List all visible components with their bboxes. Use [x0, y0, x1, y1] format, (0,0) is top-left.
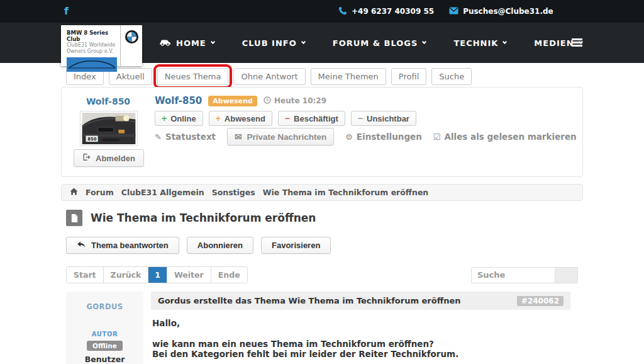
facebook-icon[interactable]: f	[64, 5, 69, 17]
main-navbar: HOME CLUB INFO FORUM & BLOGS TECHNIK MED…	[0, 23, 644, 63]
breadcrumb: Forum ClubE31 Allgemein Sonstiges Wie Th…	[61, 184, 583, 201]
search-submit-button[interactable]	[555, 268, 577, 283]
phone-number: +49 6237 40309 55	[352, 7, 434, 16]
page-next-button[interactable]: Weiter	[167, 267, 211, 283]
tab-neues-thema[interactable]: Neues Thema	[157, 68, 229, 85]
subscribe-label: Abonnieren	[197, 241, 243, 250]
status-label: Abwesend	[225, 114, 265, 123]
logo-line-1: BMW 8 Series Club	[67, 30, 120, 42]
last-activity-time: Heute 10:29	[274, 96, 326, 105]
profile-link[interactable]: Wolf-850	[62, 96, 155, 106]
nav-item-label: MEDIEN	[534, 38, 574, 48]
tab-suche[interactable]: Suche	[431, 68, 472, 85]
post-header: Gordus erstellte das Thema Wie Thema im …	[151, 292, 570, 310]
clock-icon	[264, 96, 271, 106]
post-line: wie kann man ein neues Thema im Technikf…	[152, 339, 570, 350]
nav-item-club-info[interactable]: CLUB INFO	[242, 38, 305, 48]
page-end-button[interactable]: Ende	[211, 267, 247, 283]
favorite-button[interactable]: Favorisieren	[261, 237, 331, 254]
username-link[interactable]: Wolf-850	[155, 95, 202, 106]
email-address: Pusches@Clube31.de	[463, 7, 553, 16]
club-logo[interactable]: BMW 8 Series Club ClubE31 Worldwide Owne…	[61, 25, 142, 66]
status-beschaeftigt-button[interactable]: − Beschäftigt	[278, 111, 345, 126]
reply-label: Thema beantworten	[91, 241, 169, 250]
status-abwesend-button[interactable]: + Abwesend	[209, 111, 272, 126]
envelope-icon: ✉	[235, 132, 242, 142]
post-author-link[interactable]: GORDUS	[66, 302, 143, 311]
mark-all-read-label: Alles als gelesen markieren	[445, 132, 577, 142]
pagination: Start Zurück 1 Weiter Ende	[66, 266, 248, 283]
settings-link[interactable]: ⚙ Einstellungen	[345, 132, 422, 142]
logout-label: Abmelden	[96, 154, 135, 163]
page-current: 1	[148, 267, 167, 283]
avatar-license-plate: 850	[87, 137, 96, 142]
user-avatar[interactable]: 850	[80, 111, 138, 146]
tab-profil[interactable]: Profil	[391, 68, 426, 85]
status-online-button[interactable]: + Online	[155, 111, 203, 126]
reply-icon	[77, 241, 86, 250]
tab-ohne-antwort[interactable]: Ohne Antwort	[233, 68, 305, 85]
forum-toolbar-tabs: Index Aktuell Neues Thema Ohne Antwort M…	[66, 68, 578, 85]
page-title: Wie Thema im Technikforum eröffnen	[91, 212, 316, 224]
club-logo-text: BMW 8 Series Club ClubE31 Worldwide Owne…	[61, 25, 120, 66]
breadcrumb-clube31-allgemein[interactable]: ClubE31 Allgemein	[121, 188, 204, 197]
post-number-badge[interactable]: #240062	[517, 296, 564, 306]
pagination-row: Start Zurück 1 Weiter Ende	[66, 266, 578, 283]
status-unsichtbar-button[interactable]: − Unsichtbar	[351, 111, 416, 126]
post-author-sidebar: GORDUS AUTOR Offline Benutzer	[66, 292, 143, 364]
page-start-button[interactable]: Start	[67, 267, 104, 283]
email-link[interactable]: Pusches@Clube31.de	[449, 7, 553, 16]
plus-icon: +	[162, 113, 167, 123]
hamburger-menu-icon[interactable]	[572, 38, 582, 48]
breadcrumb-forum[interactable]: Forum	[86, 188, 114, 197]
private-messages-label: Private Nachrichten	[247, 132, 326, 142]
page-back-button[interactable]: Zurück	[104, 267, 149, 283]
nav-item-label: FORUM & BLOGS	[333, 38, 418, 48]
user-links-row: ✎ Statustext ✉ Private Nachrichten ⚙ Ein…	[155, 128, 577, 145]
content-area: Index Aktuell Neues Thema Ohne Antwort M…	[61, 63, 583, 364]
presence-badge: Offline	[87, 341, 123, 351]
post-content: Gordus erstellte das Thema Wie Thema im …	[151, 292, 570, 360]
post: GORDUS AUTOR Offline Benutzer Gordus ers…	[66, 292, 578, 364]
subscribe-button[interactable]: Abonnieren	[187, 237, 253, 254]
private-messages-button[interactable]: ✉ Private Nachrichten	[227, 128, 334, 145]
chevron-down-icon	[422, 40, 426, 44]
post-header-text: Gordus erstellte das Thema Wie Thema im …	[158, 296, 517, 305]
statustext-link[interactable]: ✎ Statustext	[155, 132, 216, 142]
chevron-down-icon	[502, 40, 507, 44]
status-badge: Abwesend	[208, 96, 257, 106]
user-summary-row: Wolf-850 Abwesend Heute 10:29	[155, 95, 326, 106]
status-label: Online	[170, 114, 196, 123]
car-silhouette-graphic	[67, 57, 117, 72]
breadcrumb-sonstiges[interactable]: Sonstiges	[212, 188, 255, 197]
contact-info: +49 6237 40309 55 Pusches@Clube31.de	[338, 0, 553, 23]
nav-item-home[interactable]: HOME	[159, 38, 214, 48]
status-buttons-row: + Online + Abwesend − Beschäftigt − Unsi…	[155, 111, 416, 126]
user-status-panel: Wolf-850 850 Abmelden	[61, 87, 583, 177]
nav-item-technik[interactable]: TECHNIK	[453, 38, 506, 48]
topbar: f +49 6237 40309 55 Pusches@Clube31.de	[0, 0, 644, 23]
pencil-icon: ✎	[155, 132, 162, 142]
topic-search	[471, 267, 578, 283]
author-role-label: AUTOR	[66, 331, 143, 338]
home-icon[interactable]	[70, 188, 78, 197]
checkbox-icon: ☑	[433, 132, 441, 142]
last-activity: Heute 10:29	[264, 96, 326, 106]
breadcrumb-current-topic: Wie Thema im Technikforum eröffnen	[263, 188, 429, 197]
document-icon	[66, 210, 82, 226]
reply-topic-button[interactable]: Thema beantworten	[66, 237, 179, 254]
search-input[interactable]	[472, 268, 555, 283]
logout-button[interactable]: Abmelden	[74, 149, 144, 167]
topic-actions: Thema beantworten Abonnieren Favorisiere…	[66, 237, 578, 254]
logo-line-3: Owners Group e.V.	[67, 48, 120, 55]
nav-item-label: HOME	[176, 38, 206, 48]
settings-label: Einstellungen	[357, 132, 422, 142]
nav-item-forum-blogs[interactable]: FORUM & BLOGS	[333, 38, 426, 48]
nav-menu: HOME CLUB INFO FORUM & BLOGS TECHNIK MED…	[159, 23, 582, 63]
mark-all-read-link[interactable]: ☑ Alles als gelesen markieren	[433, 132, 577, 142]
phone-link[interactable]: +49 6237 40309 55	[338, 6, 434, 17]
status-label: Beschäftigt	[294, 114, 338, 123]
statustext-label: Statustext	[165, 132, 216, 142]
tab-meine-themen[interactable]: Meine Themen	[311, 68, 386, 85]
logout-icon	[82, 153, 91, 163]
